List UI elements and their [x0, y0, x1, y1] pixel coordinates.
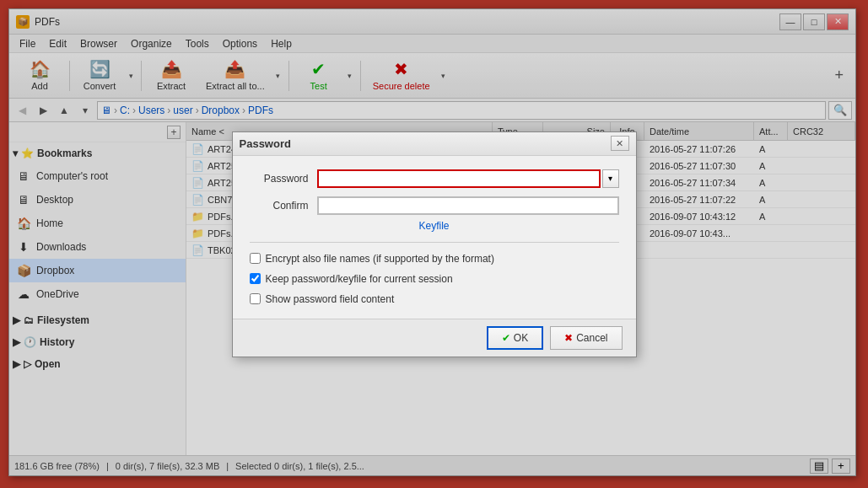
dialog-close-button[interactable]: ✕ — [611, 136, 629, 151]
confirm-input-wrapper — [317, 196, 619, 215]
ok-button[interactable]: ✔ OK — [487, 326, 543, 350]
checkbox-show[interactable] — [250, 293, 261, 304]
password-row: Password ▾ — [250, 169, 619, 188]
confirm-label: Confirm — [250, 200, 309, 212]
dialog-title: Password — [240, 137, 611, 150]
password-label: Password — [250, 173, 309, 185]
checkbox-encrypt-row: Encrypt also file names (if supported by… — [250, 253, 619, 265]
password-dropdown-button[interactable]: ▾ — [602, 169, 619, 188]
dialog-footer: ✔ OK ✖ Cancel — [233, 319, 636, 357]
dialog-body: Password ▾ Confirm Keyfile En — [233, 156, 636, 319]
ok-label: OK — [514, 332, 528, 344]
confirm-row: Confirm — [250, 196, 619, 215]
checkbox-show-row: Show password field content — [250, 293, 619, 305]
checkbox-keep-row: Keep password/keyfile for current sessio… — [250, 273, 619, 285]
cancel-label: Cancel — [576, 332, 607, 344]
password-dialog: Password ✕ Password ▾ Confirm K — [232, 131, 637, 357]
cancel-icon: ✖ — [564, 332, 573, 344]
password-input-wrapper: ▾ — [317, 169, 619, 188]
keyfile-row: Keyfile — [250, 220, 619, 232]
checkbox-encrypt[interactable] — [250, 253, 261, 264]
checkbox-keep-label: Keep password/keyfile for current sessio… — [266, 273, 453, 285]
dialog-title-bar: Password ✕ — [233, 132, 636, 156]
cancel-button[interactable]: ✖ Cancel — [550, 326, 622, 350]
dialog-separator — [250, 242, 619, 243]
checkbox-keep[interactable] — [250, 273, 261, 284]
dialog-overlay: Password ✕ Password ▾ Confirm K — [0, 0, 868, 488]
password-input[interactable] — [317, 169, 601, 188]
confirm-input[interactable] — [317, 196, 619, 215]
checkbox-show-label: Show password field content — [266, 293, 395, 305]
checkbox-encrypt-label: Encrypt also file names (if supported by… — [266, 253, 494, 265]
ok-icon: ✔ — [502, 332, 510, 344]
keyfile-link[interactable]: Keyfile — [418, 220, 449, 232]
